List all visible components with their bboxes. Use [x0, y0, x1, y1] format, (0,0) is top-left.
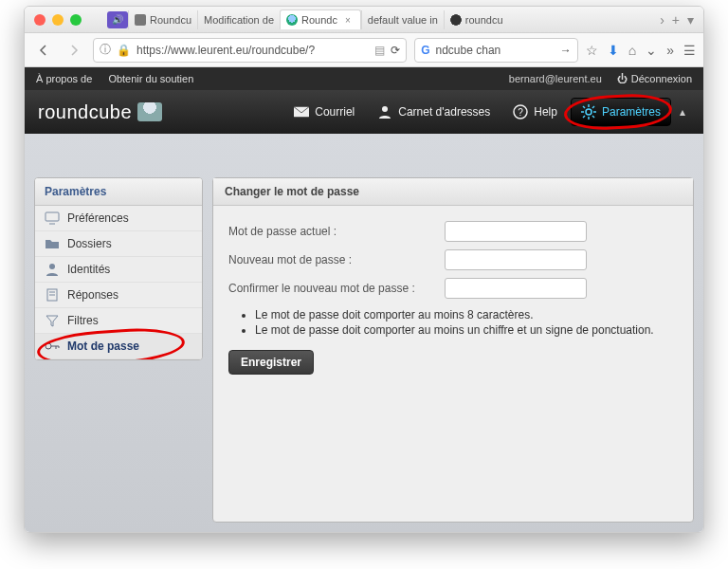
app-header: roundcube Courriel Carnet d'adresses ? H… [25, 90, 703, 134]
menu-icon[interactable]: ☰ [683, 43, 696, 58]
svg-rect-13 [46, 212, 59, 221]
site-info-icon[interactable]: ⓘ [100, 42, 111, 58]
window-zoom-icon[interactable] [70, 14, 82, 26]
sidebar-item-label: Filtres [67, 314, 99, 327]
label-confirm-password: Confirmer le nouveau mot de passe : [228, 282, 437, 295]
sidebar-item-label: Mot de passe [67, 340, 139, 353]
sidebar-item-label: Identités [67, 263, 110, 276]
nav-contacts[interactable]: Carnet d'adresses [368, 99, 500, 125]
nav-mail[interactable]: Courriel [284, 99, 364, 125]
download-icon[interactable]: ⬇ [608, 43, 619, 58]
utility-right: bernard@leurent.eu ⏻ Déconnexion [509, 73, 692, 84]
label-current-password: Mot de passe actuel : [228, 225, 437, 238]
reader-icon[interactable]: ▤ [374, 44, 385, 57]
sidebar-item-responses[interactable]: Réponses [35, 283, 202, 308]
favicon-icon [135, 14, 146, 26]
logo-text: roundcube [38, 101, 132, 123]
bookmark-star-icon[interactable]: ☆ [586, 43, 598, 58]
sidebar-item-folders[interactable]: Dossiers [35, 231, 202, 257]
nav-contacts-label: Carnet d'adresses [398, 105, 490, 119]
sidebar-item-label: Préférences [67, 211, 129, 225]
input-new-password[interactable] [445, 249, 587, 270]
sidebar-item-password[interactable]: Mot de passe [35, 334, 202, 359]
overflow-icon[interactable]: » [666, 43, 674, 58]
url-text: https://www.leurent.eu/roundcube/? [136, 44, 369, 57]
tab-close-icon[interactable]: × [345, 15, 351, 26]
new-tab-icon[interactable]: + [672, 12, 680, 28]
row-confirm-password: Confirmer le nouveau mot de passe : [228, 278, 678, 299]
browser-tab[interactable]: default value in [361, 10, 444, 29]
panel-title: Changer le mot de passe [213, 178, 693, 206]
browser-tab[interactable]: Modification de [197, 10, 280, 29]
current-user: bernard@leurent.eu [509, 73, 602, 84]
nav-help[interactable]: ? Help [503, 99, 567, 125]
svg-line-9 [583, 106, 585, 108]
input-confirm-password[interactable] [445, 278, 587, 299]
favicon-icon [450, 14, 462, 26]
svg-line-10 [592, 116, 594, 118]
browser-tabstrip: 🔊 Roundcu Modification de Roundc× defaul… [107, 9, 647, 29]
home-icon[interactable]: ⌂ [628, 43, 636, 58]
label-new-password: Nouveau mot de passe : [228, 253, 437, 266]
content-area: Paramètres Préférences Dossiers Identité… [25, 134, 703, 532]
support-link[interactable]: Obtenir du soutien [108, 73, 193, 84]
save-button[interactable]: Enregistrer [228, 350, 314, 375]
utility-left: À propos de Obtenir du soutien [36, 73, 207, 84]
password-rule: Le mot de passe doit comporter au moins … [255, 323, 678, 337]
tab-scroll-right-icon[interactable]: › [660, 12, 664, 28]
search-text: ndcube chan [436, 44, 555, 57]
browser-window: 🔊 Roundcu Modification de Roundc× defaul… [24, 6, 704, 533]
search-bar[interactable]: G ndcube chan → [414, 38, 578, 63]
header-menu-dropdown-icon[interactable]: ▴ [675, 105, 690, 119]
app-logo[interactable]: roundcube [38, 101, 162, 123]
search-go-icon[interactable]: → [560, 44, 572, 57]
window-close-icon[interactable] [34, 14, 46, 26]
url-bar[interactable]: ⓘ 🔒 https://www.leurent.eu/roundcube/? ▤… [93, 38, 407, 63]
browser-tab[interactable]: Roundcu [128, 10, 197, 29]
sidebar-item-label: Réponses [67, 288, 118, 302]
sidebar-title: Paramètres [35, 178, 202, 206]
sidebar-item-identities[interactable]: Identités [35, 257, 202, 283]
folder-icon [45, 237, 60, 250]
browser-toolbar: ⓘ 🔒 https://www.leurent.eu/roundcube/? ▤… [25, 33, 703, 67]
about-link[interactable]: À propos de [36, 73, 92, 84]
tab-label: Modification de [204, 14, 274, 26]
tabs-menu-icon[interactable]: ▾ [687, 12, 694, 28]
tab-label: roundcu [465, 14, 503, 26]
browser-tab-active[interactable]: Roundc× [280, 9, 361, 29]
help-icon: ? [513, 104, 528, 119]
svg-point-19 [46, 343, 51, 349]
password-rule: Le mot de passe doit comporter au moins … [255, 308, 678, 321]
sidebar-item-label: Dossiers [67, 237, 112, 250]
document-icon [45, 288, 60, 302]
browser-tab[interactable]: roundcu [444, 10, 509, 29]
search-engine-icon[interactable]: G [421, 44, 429, 57]
panel-body: Mot de passe actuel : Nouveau mot de pas… [213, 206, 693, 394]
back-button[interactable] [32, 39, 55, 62]
svg-point-1 [382, 106, 388, 112]
nav-settings[interactable]: Paramètres [571, 98, 671, 126]
sidebar-item-filters[interactable]: Filtres [35, 308, 202, 334]
svg-line-11 [592, 106, 594, 108]
pocket-icon[interactable]: ⌄ [646, 43, 657, 58]
favicon-icon [286, 14, 298, 26]
nav-mail-label: Courriel [315, 105, 355, 119]
sidebar-item-preferences[interactable]: Préférences [35, 206, 202, 231]
password-rules: Le mot de passe doit comporter au moins … [255, 308, 678, 337]
tab-label: default value in [368, 14, 438, 26]
tab-label: Roundc [301, 14, 337, 26]
power-icon: ⏻ [617, 73, 628, 84]
logout-link[interactable]: ⏻ Déconnexion [617, 73, 692, 84]
tab-label: Roundcu [150, 14, 191, 26]
input-current-password[interactable] [445, 221, 587, 242]
lock-icon: 🔒 [117, 44, 131, 57]
extension-icon[interactable]: 🔊 [107, 11, 128, 28]
reload-icon[interactable]: ⟳ [391, 44, 400, 57]
window-minimize-icon[interactable] [52, 14, 64, 26]
gear-icon [581, 104, 596, 119]
svg-text:?: ? [519, 107, 524, 118]
svg-point-4 [586, 109, 592, 115]
tabstrip-nav: › + ▾ [654, 12, 694, 28]
svg-point-15 [49, 264, 55, 269]
monitor-icon [45, 211, 60, 225]
